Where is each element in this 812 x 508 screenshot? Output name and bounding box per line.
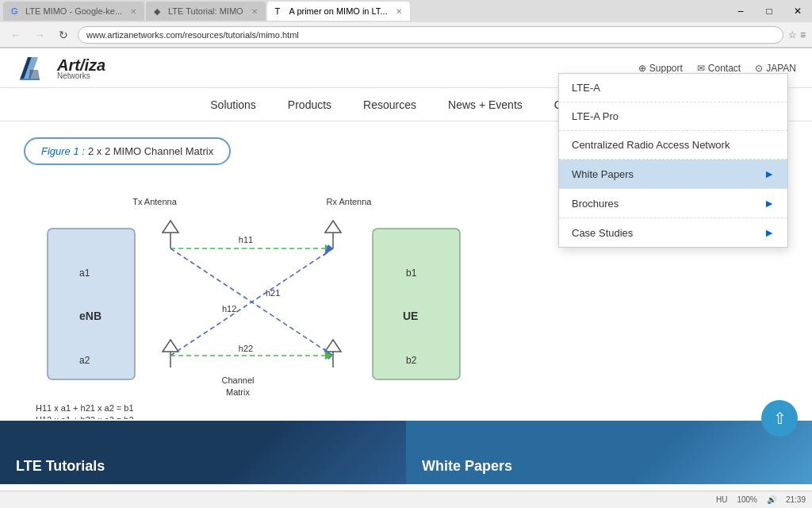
dropdown-lteapro-label: LTE-A Pro <box>572 110 619 122</box>
nav-news-events-label: News + Events <box>448 98 523 111</box>
nav-products-label: Products <box>288 98 331 111</box>
contact-icon: ✉ <box>697 63 705 74</box>
logo-icon <box>16 54 52 83</box>
tab-bar: G LTE MIMO - Google-ke... ✕ ◆ LTE Tutori… <box>0 0 812 22</box>
figure-caption: Figure 1 : 2 x 2 MIMO Channel Matrix <box>24 137 231 165</box>
contact-link[interactable]: ✉ Contact <box>697 63 741 74</box>
dropdown-whitepapers-arrow: ► <box>764 167 775 180</box>
japan-label: JAPAN <box>766 63 796 74</box>
svg-text:b2: b2 <box>406 355 417 366</box>
svg-text:h21: h21 <box>266 288 280 298</box>
dropdown-brochures-label: Brochures <box>572 198 619 210</box>
dropdown-item-casestudies[interactable]: Case Studies ► <box>559 218 787 247</box>
support-link[interactable]: ⊕ Support <box>638 63 683 74</box>
tab-favicon-1: G <box>11 6 21 16</box>
dropdown-casestudies-label: Case Studies <box>572 227 633 239</box>
chevron-up-icon: ⇧ <box>773 409 787 428</box>
svg-text:H11 x a1 + h21 x a2 = b1: H11 x a1 + h21 x a2 = b1 <box>36 403 134 413</box>
status-bar: HU 100% 🔊 21:39 <box>0 491 812 508</box>
nav-resources-label: Resources <box>363 98 416 111</box>
status-zoom: 100% <box>737 495 757 504</box>
tab-close-2[interactable]: ✕ <box>251 7 258 16</box>
bottom-card-white-papers-label: White Papers <box>422 458 512 475</box>
support-icon: ⊕ <box>638 63 646 74</box>
support-label: Support <box>649 63 683 74</box>
svg-text:eNB: eNB <box>79 310 102 322</box>
dropdown-item-cran[interactable]: Centralized Radio Access Network <box>559 131 787 160</box>
svg-text:b1: b1 <box>406 267 417 279</box>
nav-news-events[interactable]: News + Events <box>448 88 523 121</box>
svg-marker-29 <box>324 244 333 256</box>
svg-text:Channel: Channel <box>222 375 255 385</box>
url-bar[interactable]: www.artizanetworks.com/resources/tutoria… <box>78 26 783 44</box>
tab-3[interactable]: T A primer on MIMO in LT... ✕ <box>267 2 410 21</box>
minimize-button[interactable]: – <box>726 0 755 22</box>
svg-line-28 <box>170 248 333 356</box>
address-bar: ← → ↻ www.artizanetworks.com/resources/t… <box>0 22 812 48</box>
back-button[interactable]: ← <box>6 25 25 44</box>
tab-close-3[interactable]: ✕ <box>396 7 402 16</box>
dropdown-cran-label: Centralized Radio Access Network <box>572 139 730 151</box>
url-text: www.artizanetworks.com/resources/tutoria… <box>86 30 299 40</box>
bottom-card-lte-tutorials[interactable]: LTE Tutorials <box>0 421 406 484</box>
tab-2[interactable]: ◆ LTE Tutorial: MIMO ✕ <box>146 2 266 21</box>
svg-text:h12: h12 <box>222 304 236 314</box>
browser-chrome: G LTE MIMO - Google-ke... ✕ ◆ LTE Tutori… <box>0 0 812 48</box>
dropdown-item-ltea[interactable]: LTE-A <box>559 74 787 102</box>
address-icons: ☆ ≡ <box>788 29 806 40</box>
dropdown-whitepapers-label: White Papers <box>572 168 634 180</box>
dropdown-item-lteapro[interactable]: LTE-A Pro <box>559 102 787 131</box>
svg-rect-4 <box>48 229 135 379</box>
nav-products[interactable]: Products <box>288 88 331 121</box>
contact-label: Contact <box>708 63 741 74</box>
maximize-button[interactable]: □ <box>755 0 783 22</box>
japan-link[interactable]: ⊙ JAPAN <box>755 63 796 74</box>
close-button[interactable]: ✕ <box>783 0 812 22</box>
svg-text:a2: a2 <box>79 355 90 366</box>
status-lang: HU <box>716 495 727 504</box>
status-time: 21:39 <box>786 495 806 504</box>
svg-text:h11: h11 <box>239 235 253 244</box>
settings-icon[interactable]: ≡ <box>800 29 806 40</box>
tab-title-3: A primer on MIMO in LT... <box>289 6 388 16</box>
svg-marker-18 <box>325 221 341 233</box>
tab-title-2: LTE Tutorial: MIMO <box>168 6 243 16</box>
svg-text:Rx Antenna: Rx Antenna <box>327 197 373 206</box>
tab-title-1: LTE MIMO - Google-ke... <box>25 6 122 16</box>
dropdown-item-brochures[interactable]: Brochures ► <box>559 189 787 218</box>
svg-text:Matrix: Matrix <box>226 387 250 397</box>
tab-close-1[interactable]: ✕ <box>130 7 136 16</box>
refresh-button[interactable]: ↻ <box>54 25 73 44</box>
svg-text:UE: UE <box>403 310 418 322</box>
nav-resources[interactable]: Resources <box>363 88 416 121</box>
nav-solutions[interactable]: Solutions <box>210 88 256 121</box>
dropdown-brochures-arrow: ► <box>764 197 775 210</box>
dropdown-item-whitepapers[interactable]: White Papers ► <box>559 160 787 189</box>
status-volume-icon: 🔊 <box>767 495 776 504</box>
tab-1[interactable]: G LTE MIMO - Google-ke... ✕ <box>3 2 144 21</box>
tab-favicon-2: ◆ <box>154 6 163 16</box>
back-to-top-button[interactable]: ⇧ <box>761 400 798 437</box>
dropdown-menu: LTE-A LTE-A Pro Centralized Radio Access… <box>558 73 788 248</box>
svg-marker-20 <box>325 340 341 352</box>
bottom-card-white-papers[interactable]: White Papers <box>406 421 812 484</box>
svg-marker-16 <box>163 340 178 352</box>
svg-text:H12 x a1 + h22 x a2 = b2: H12 x a1 + h22 x a2 = b2 <box>36 415 134 419</box>
forward-button[interactable]: → <box>30 25 49 44</box>
mimo-diagram: a1 eNB a2 b1 UE b2 Tx Antenna Rx Antenna <box>24 181 484 419</box>
nav-solutions-label: Solutions <box>210 98 256 111</box>
figure-title: 2 x 2 MIMO Channel Matrix <box>88 145 213 157</box>
svg-text:a1: a1 <box>79 267 90 279</box>
logo[interactable]: Art/iza Networks <box>16 54 105 83</box>
figure-label: Figure 1 : <box>41 145 85 157</box>
top-right-links: ⊕ Support ✉ Contact ⊙ JAPAN <box>638 63 796 74</box>
svg-text:h22: h22 <box>239 344 253 353</box>
japan-icon: ⊙ <box>755 63 763 74</box>
svg-text:Tx Antenna: Tx Antenna <box>132 197 178 206</box>
bottom-card-lte-label: LTE Tutorials <box>16 458 105 475</box>
svg-marker-2 <box>29 70 40 79</box>
bookmark-icon[interactable]: ☆ <box>788 29 797 40</box>
dropdown-ltea-label: LTE-A <box>572 82 600 94</box>
tab-favicon-3: T <box>275 6 285 16</box>
bottom-cards: LTE Tutorials White Papers <box>0 421 812 484</box>
